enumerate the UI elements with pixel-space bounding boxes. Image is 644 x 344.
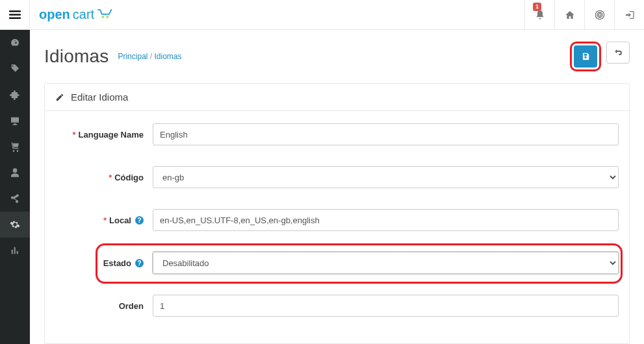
- home-button[interactable]: [554, 0, 584, 30]
- page-title: Idiomas: [44, 46, 109, 67]
- label-codigo: * Código: [55, 173, 153, 182]
- label-orden: Orden: [55, 301, 153, 311]
- breadcrumb: Principal / Idiomas: [118, 52, 181, 61]
- notifications-button[interactable]: 1: [524, 0, 554, 30]
- lifebuoy-icon: [595, 10, 605, 20]
- content-area: Idiomas Principal / Idiomas Editar Idiom…: [30, 30, 644, 344]
- logo[interactable]: opencart: [30, 7, 122, 22]
- pencil-icon: [55, 93, 64, 102]
- back-button[interactable]: [606, 42, 630, 64]
- sidebar-item-extensions[interactable]: [0, 82, 30, 108]
- svg-point-3: [102, 16, 104, 18]
- svg-point-4: [107, 16, 109, 18]
- panel-body: * Language Name * Código en-gb: [45, 111, 629, 343]
- edit-panel: Editar Idioma * Language Name * Código: [44, 83, 630, 344]
- svg-rect-1: [9, 14, 21, 15]
- sidebar-item-marketing[interactable]: [0, 186, 30, 212]
- sidebar-item-catalog[interactable]: [0, 56, 30, 82]
- dashboard-icon: [10, 38, 20, 48]
- top-header: opencart 1: [0, 0, 644, 30]
- header-actions: 1: [524, 0, 644, 29]
- row-local: * Local ?: [55, 208, 619, 232]
- cart-icon: [10, 141, 20, 152]
- save-icon: [581, 52, 590, 61]
- menu-toggle-button[interactable]: [0, 0, 30, 30]
- sidebar-item-system[interactable]: [0, 212, 30, 238]
- svg-rect-2: [9, 17, 21, 18]
- save-highlight: [570, 42, 601, 71]
- help-icon[interactable]: ?: [135, 259, 144, 267]
- tag-icon: [10, 64, 20, 74]
- page-actions: [570, 42, 630, 71]
- sidebar-item-design[interactable]: [0, 108, 30, 134]
- label-local: * Local ?: [55, 215, 153, 225]
- select-codigo[interactable]: en-gb: [153, 166, 619, 188]
- row-codigo: * Código en-gb: [55, 166, 619, 189]
- select-estado[interactable]: Desabilitado: [153, 252, 619, 274]
- input-orden[interactable]: [153, 295, 619, 317]
- row-estado: Estado ? Desabilitado: [55, 251, 619, 275]
- user-icon: [10, 167, 20, 178]
- svg-rect-0: [9, 10, 21, 12]
- bell-icon: [535, 10, 545, 20]
- bar-chart-icon: [10, 245, 20, 256]
- sidebar-item-reports[interactable]: [0, 238, 30, 264]
- gear-icon: [10, 219, 20, 230]
- home-icon: [565, 10, 575, 20]
- sidebar-item-dashboard[interactable]: [0, 30, 30, 56]
- save-button[interactable]: [574, 45, 597, 68]
- help-button[interactable]: [584, 0, 614, 30]
- share-icon: [10, 193, 20, 204]
- desktop-icon: [10, 116, 20, 126]
- panel-heading: Editar Idioma: [45, 84, 629, 111]
- notification-badge: 1: [533, 3, 541, 11]
- cart-icon: [97, 7, 112, 22]
- input-local[interactable]: [153, 209, 619, 231]
- svg-point-5: [599, 14, 601, 16]
- sidebar: [0, 30, 30, 344]
- label-estado: Estado ?: [55, 258, 153, 268]
- row-orden: Orden: [55, 294, 619, 317]
- input-language-name[interactable]: [153, 123, 619, 145]
- breadcrumb-sep: /: [150, 52, 152, 61]
- back-icon: [613, 48, 623, 57]
- sidebar-item-customers[interactable]: [0, 160, 30, 186]
- breadcrumb-current[interactable]: Idiomas: [155, 52, 182, 61]
- label-language-name: * Language Name: [55, 130, 153, 140]
- menu-icon: [9, 10, 21, 19]
- sidebar-item-sales[interactable]: [0, 134, 30, 160]
- panel-title: Editar Idioma: [71, 92, 128, 103]
- help-icon[interactable]: ?: [135, 216, 144, 225]
- logout-button[interactable]: [614, 0, 644, 30]
- breadcrumb-home[interactable]: Principal: [118, 52, 148, 61]
- logout-icon: [625, 10, 635, 20]
- puzzle-icon: [10, 90, 20, 100]
- page-header: Idiomas Principal / Idiomas: [44, 42, 630, 71]
- row-language-name: * Language Name: [55, 123, 619, 146]
